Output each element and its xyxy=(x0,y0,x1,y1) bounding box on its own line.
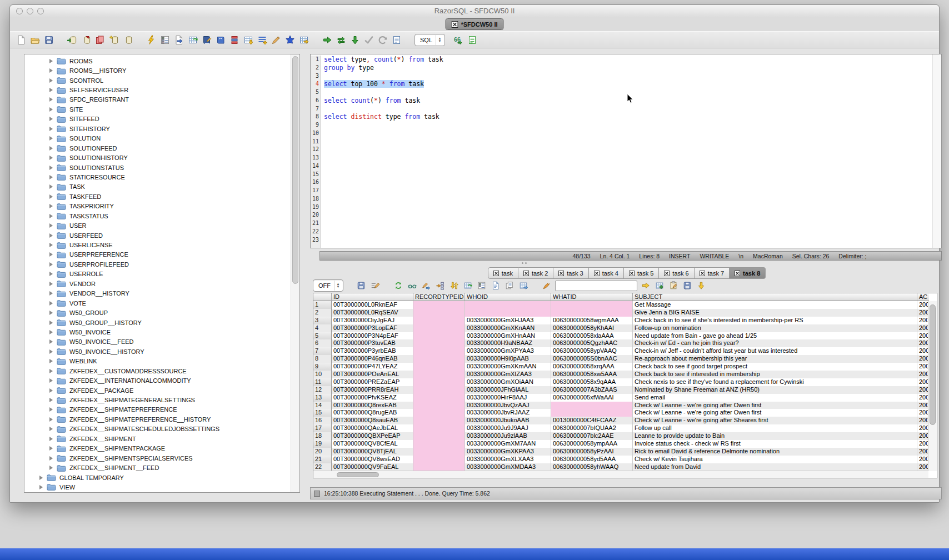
tree-item-w50-group-history[interactable]: W50_GROUP__HISTORY xyxy=(24,318,291,327)
tree-item-rooms-history[interactable]: ROOMS__HISTORY xyxy=(24,66,291,75)
editor-line[interactable] xyxy=(324,121,932,129)
table-row[interactable]: 400T3000000P3LopEAF0033000000GmXKnAAN006… xyxy=(313,324,937,332)
cell-who[interactable]: 0033000000JbukoAAB xyxy=(465,417,551,424)
table-row[interactable]: 1500T3000000Q8rugEAB0033000000JbvRJAAZCh… xyxy=(313,409,937,417)
editor-line[interactable] xyxy=(324,203,932,212)
cell-subj[interactable]: Check w/ Leanne - we're going after Owen… xyxy=(633,402,917,409)
tree-item-w50-group[interactable]: W50_GROUP xyxy=(24,308,291,317)
cell-who[interactable]: 0033000000GmXLXAA3 xyxy=(465,456,551,463)
transfer-table-icon[interactable] xyxy=(298,34,309,46)
cell-subj[interactable]: Check-in w/ Ed - can he join this year? xyxy=(633,339,917,347)
cell-ac[interactable]: 200 xyxy=(917,417,929,424)
cell-who[interactable]: 0033000000GmXPYAA3 xyxy=(465,347,551,355)
disclosure-triangle-icon[interactable] xyxy=(49,97,53,102)
table-row[interactable]: 1000T3000000POeAnEAL0033000000GmXIZAA300… xyxy=(313,371,937,378)
editor-line[interactable] xyxy=(324,236,932,244)
tree-item-global-temporary[interactable]: GLOBAL TEMPORARY xyxy=(24,473,291,482)
cell-ac[interactable]: 200 xyxy=(917,386,929,394)
table-row[interactable]: 200T3000000L0RqSEAVGive Jenn a BIG RAISE… xyxy=(313,309,937,317)
disclosure-triangle-icon[interactable] xyxy=(49,466,53,470)
editor-line[interactable]: select type, count(*) from task xyxy=(324,56,932,64)
disclosure-triangle-icon[interactable] xyxy=(49,330,53,334)
table-row[interactable]: 300T3000000OiyJgEAJ0033000000GmXHJAA3006… xyxy=(313,317,937,324)
disclosure-triangle-icon[interactable] xyxy=(49,417,53,422)
tree-item-w50-invoice-feed[interactable]: W50_INVOICE__FEED xyxy=(24,337,291,347)
cell-id[interactable]: 00T3000000L0RknEAF xyxy=(332,301,413,309)
editor-line[interactable]: group by type xyxy=(324,64,932,72)
execute-lightning-icon[interactable] xyxy=(146,34,157,46)
tree-item-solutionstatus[interactable]: SOLUTIONSTATUS xyxy=(24,163,291,172)
editor-line[interactable] xyxy=(324,105,932,113)
table-row[interactable]: 500T3000000P3N4pEAF0033000000GmXHnAAN006… xyxy=(313,332,937,340)
tree-item-solutionfeed[interactable]: SOLUTIONFEED xyxy=(24,143,291,153)
cell-what[interactable]: 006300000058xlaAAA xyxy=(551,332,633,340)
cell-ac[interactable]: 200 xyxy=(917,363,929,371)
cell-id[interactable]: 00T3000000QV8wsEAD xyxy=(332,456,413,463)
titlebar[interactable]: RazorSQL - SFDCW50 II xyxy=(10,5,939,18)
results-vscrollbar-thumb[interactable] xyxy=(930,304,936,425)
cell-rt[interactable] xyxy=(413,448,465,456)
cell-what[interactable]: 006300000058xrqAAA xyxy=(551,363,633,371)
disclosure-triangle-icon[interactable] xyxy=(49,59,53,63)
tree-item-zkfedex-shipment-feed[interactable]: ZKFEDEX__SHIPMENT__FEED xyxy=(24,463,291,472)
cell-ac[interactable]: 200 xyxy=(917,448,929,456)
cell-id[interactable]: 00T3000000P47LYEAZ xyxy=(332,363,413,371)
cell-subj[interactable]: Re-approach about membership this year xyxy=(633,355,917,363)
disclosure-triangle-icon[interactable] xyxy=(49,243,53,247)
disclosure-triangle-icon[interactable] xyxy=(49,194,53,199)
disclosure-triangle-icon[interactable] xyxy=(49,369,53,373)
form-checklist-icon[interactable] xyxy=(159,34,171,46)
cell-id[interactable]: 00T3000000PREZaEAP xyxy=(332,378,413,386)
table-row[interactable]: 1900T3000000QV8CfEAL0033000000GmXM7AAN00… xyxy=(313,440,937,448)
tree-item-solution[interactable]: SOLUTION xyxy=(24,134,291,143)
disclosure-triangle-icon[interactable] xyxy=(49,78,53,83)
disclosure-triangle-icon[interactable] xyxy=(49,311,53,315)
open-folder-icon[interactable] xyxy=(29,34,41,46)
tab-close-icon[interactable] xyxy=(523,271,529,276)
save-icon[interactable] xyxy=(43,34,54,46)
cell-id[interactable]: 00T3000000P46qnEAB xyxy=(332,355,413,363)
cell-id[interactable]: 00T3000000P3tuvEAB xyxy=(332,339,413,347)
cell-subj[interactable]: Check back to see if interested in membe… xyxy=(633,371,917,378)
tab-close-icon[interactable] xyxy=(664,271,670,276)
tab-close-icon[interactable] xyxy=(735,271,740,276)
disclosure-triangle-icon[interactable] xyxy=(49,272,53,276)
edit-pen-lines-icon[interactable] xyxy=(369,280,381,291)
result-tab-task-3[interactable]: task 3 xyxy=(553,267,588,279)
cell-id[interactable]: 00T3000000Q8rexEAB xyxy=(332,402,413,409)
tree-item-zkfedex-shipmategeneralsettings[interactable]: ZKFEDEX__SHIPMATEGENERALSETTINGS xyxy=(24,395,291,404)
result-tab-task-5[interactable]: task 5 xyxy=(624,267,659,279)
disclosure-triangle-icon[interactable] xyxy=(49,127,53,131)
cell-rt[interactable] xyxy=(413,324,465,332)
row-number-cell[interactable]: 19 xyxy=(313,440,332,448)
refresh-table-icon[interactable] xyxy=(187,34,198,46)
edit-pen-icon[interactable] xyxy=(271,34,282,46)
tree-item-zkfedex-shipmatepreference[interactable]: ZKFEDEX__SHIPMATEPREFERENCE xyxy=(24,405,291,414)
tree-item-solutionhistory[interactable]: SOLUTIONHISTORY xyxy=(24,153,291,162)
cell-rt[interactable] xyxy=(413,378,465,386)
table-row[interactable]: 1200T3000000PRR8rEAH0033000000JFhGlAAL00… xyxy=(313,386,937,394)
tree-scrollbar-thumb[interactable] xyxy=(292,56,298,284)
cell-id[interactable]: 00T3000000P3N4pEAF xyxy=(332,332,413,340)
cell-subj[interactable]: Check back in to see if she's interested… xyxy=(633,317,917,324)
row-number-cell[interactable]: 14 xyxy=(313,402,332,409)
row-number-cell[interactable]: 12 xyxy=(313,386,332,394)
cell-subj[interactable]: Check back to see if good target prospec… xyxy=(633,363,917,371)
cell-subj[interactable]: Need update from Bain - gave go ahead 1/… xyxy=(633,332,917,340)
cell-who[interactable]: 0033000000HirF8AAJ xyxy=(465,394,551,402)
disclosure-triangle-icon[interactable] xyxy=(49,398,53,402)
row-number-cell[interactable]: 9 xyxy=(313,363,332,371)
disclosure-triangle-icon[interactable] xyxy=(49,456,53,461)
cell-rt[interactable] xyxy=(413,402,465,409)
disclosure-triangle-icon[interactable] xyxy=(49,301,53,306)
cell-who[interactable]: 0033000000Ju9zlAAB xyxy=(465,432,551,440)
row-number-cell[interactable]: 3 xyxy=(313,317,332,324)
cell-what[interactable] xyxy=(551,402,633,409)
cell-id[interactable]: 00T3000000QV8CfEAL xyxy=(332,440,413,448)
tab-close-icon[interactable] xyxy=(700,271,705,276)
editor-line[interactable] xyxy=(324,228,932,236)
cell-ac[interactable]: 200 xyxy=(917,440,929,448)
tree-item-weblink[interactable]: WEBLINK xyxy=(24,357,291,366)
sql-editor[interactable]: 1234567891011121314151617181920212223 se… xyxy=(310,54,942,248)
cell-id[interactable]: 00T3000000P3yrbEAB xyxy=(332,347,413,355)
